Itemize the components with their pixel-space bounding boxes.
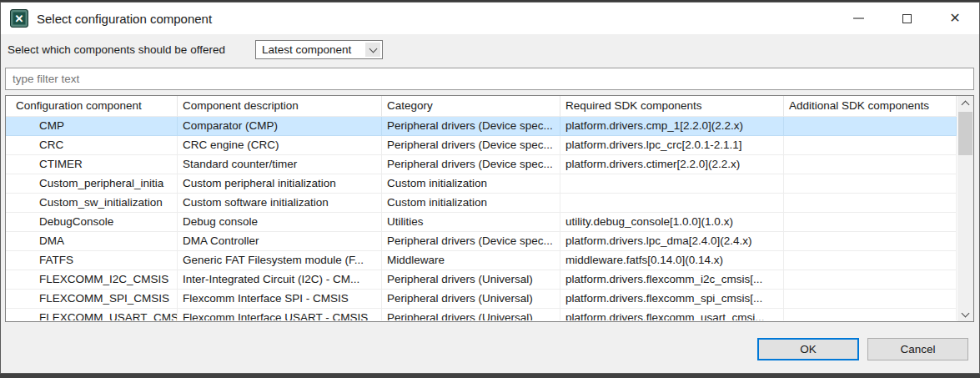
cell-component: Custom_peripheral_initia bbox=[6, 174, 178, 194]
cell-description: Generic FAT Filesystem module (F... bbox=[178, 251, 382, 270]
cell-required: platform.drivers.lpc_dma[2.4.0](2.4.x) bbox=[560, 232, 784, 251]
cell-additional bbox=[784, 232, 957, 251]
table-row[interactable]: FATFS Generic FAT Filesystem module (F..… bbox=[6, 251, 957, 270]
header-configuration-component[interactable]: Configuration component bbox=[6, 96, 178, 117]
cell-category: Peripheral drivers (Device spec... bbox=[382, 136, 560, 155]
cell-description: Inter-Integrated Circuit (I2C) - CM... bbox=[178, 270, 382, 290]
cell-additional bbox=[784, 251, 957, 270]
component-version-dropdown[interactable]: Latest component bbox=[255, 40, 383, 59]
vertical-scrollbar[interactable] bbox=[957, 96, 973, 321]
cell-required: platform.drivers.flexcomm_spi_cmsis[... bbox=[560, 290, 784, 309]
cell-category: Utilities bbox=[382, 213, 560, 232]
table-header: Configuration component Component descri… bbox=[6, 96, 957, 117]
cell-category: Peripheral drivers (Device spec... bbox=[382, 232, 560, 251]
chevron-down-icon bbox=[962, 309, 970, 317]
cell-description: Standard counter/timer bbox=[178, 155, 382, 174]
screen: ✕ Select configuration component ✕ Selec… bbox=[0, 0, 980, 378]
cell-additional bbox=[784, 155, 957, 174]
table-row[interactable]: Custom_sw_initialization Custom software… bbox=[6, 194, 957, 213]
cell-component: CTIMER bbox=[6, 155, 178, 174]
cell-required: utility.debug_console[1.0.0](1.0.x) bbox=[560, 213, 784, 232]
cell-component: FLEXCOMM_SPI_CMSIS bbox=[6, 290, 178, 309]
cell-description: Debug console bbox=[178, 213, 382, 232]
cell-additional bbox=[784, 136, 957, 155]
window-controls: ✕ bbox=[834, 3, 979, 34]
filter-input[interactable] bbox=[5, 68, 974, 90]
cell-additional bbox=[784, 270, 957, 290]
components-table: Configuration component Component descri… bbox=[5, 95, 974, 322]
table-row[interactable]: FLEXCOMM_SPI_CMSIS Flexcomm Interface SP… bbox=[6, 290, 957, 309]
background-app-bottom-edge bbox=[0, 374, 980, 378]
table-row[interactable]: CMP Comparator (CMP) Peripheral drivers … bbox=[6, 117, 957, 136]
scroll-down-button[interactable] bbox=[957, 307, 973, 321]
cell-required: platform.drivers.lpc_crc[2.0.1-2.1.1] bbox=[560, 136, 784, 155]
dropdown-chevron-area bbox=[365, 43, 380, 57]
cell-additional bbox=[784, 309, 957, 320]
cell-additional bbox=[784, 213, 957, 232]
cell-category: Custom initialization bbox=[382, 194, 560, 213]
cell-category: Peripheral drivers (Device spec... bbox=[382, 117, 560, 136]
cell-component: CMP bbox=[6, 117, 178, 136]
chevron-up-icon bbox=[962, 100, 970, 108]
header-category[interactable]: Category bbox=[382, 96, 560, 117]
cell-additional bbox=[784, 117, 957, 136]
scroll-up-button[interactable] bbox=[957, 96, 973, 110]
app-icon: ✕ bbox=[10, 9, 28, 28]
cell-category: Peripheral drivers (Universal) bbox=[382, 309, 560, 320]
cell-additional bbox=[784, 174, 957, 194]
cell-required bbox=[560, 174, 784, 194]
maximize-button[interactable] bbox=[882, 3, 931, 34]
cell-description: DMA Controller bbox=[178, 232, 382, 251]
close-icon: ✕ bbox=[949, 12, 960, 25]
chevron-down-icon bbox=[369, 44, 377, 53]
titlebar: ✕ Select configuration component ✕ bbox=[1, 3, 979, 34]
scrollbar-thumb[interactable] bbox=[958, 112, 972, 155]
table-row[interactable]: Custom_peripheral_initia Custom peripher… bbox=[6, 174, 957, 194]
minimize-icon bbox=[853, 18, 864, 19]
table-row[interactable]: CRC CRC engine (CRC) Peripheral drivers … bbox=[6, 136, 957, 155]
cell-additional bbox=[784, 290, 957, 309]
cell-category: Peripheral drivers (Universal) bbox=[382, 270, 560, 290]
cell-description: Custom software initialization bbox=[178, 194, 382, 213]
table-body: CMP Comparator (CMP) Peripheral drivers … bbox=[6, 117, 957, 320]
cell-description: Custom peripheral initialization bbox=[178, 174, 382, 194]
header-component-description[interactable]: Component description bbox=[178, 96, 382, 117]
cell-required: platform.drivers.ctimer[2.2.0](2.2.x) bbox=[560, 155, 784, 174]
cell-additional bbox=[784, 194, 957, 213]
cell-description: Flexcomm Interface USART - CMSIS bbox=[178, 309, 382, 320]
cell-component: FLEXCOMM_I2C_CMSIS bbox=[6, 270, 178, 290]
cell-component: DMA bbox=[6, 232, 178, 251]
cell-category: Peripheral drivers (Universal) bbox=[382, 290, 560, 309]
minimize-button[interactable] bbox=[834, 3, 882, 34]
cell-category: Middleware bbox=[382, 251, 560, 270]
header-required-sdk-components[interactable]: Required SDK components bbox=[560, 96, 784, 117]
table-row[interactable]: FLEXCOMM_I2C_CMSIS Inter-Integrated Circ… bbox=[6, 270, 957, 290]
cell-component: DebugConsole bbox=[6, 213, 178, 232]
table-row[interactable]: DMA DMA Controller Peripheral drivers (D… bbox=[6, 232, 957, 251]
cell-required: platform.drivers.cmp_1[2.2.0](2.2.x) bbox=[560, 117, 784, 136]
select-configuration-component-dialog: ✕ Select configuration component ✕ Selec… bbox=[0, 2, 980, 374]
table-row[interactable]: DebugConsole Debug console Utilities uti… bbox=[6, 213, 957, 232]
table-row[interactable]: CTIMER Standard counter/timer Peripheral… bbox=[6, 155, 957, 174]
cell-category: Peripheral drivers (Device spec... bbox=[382, 155, 560, 174]
cell-description: Comparator (CMP) bbox=[178, 117, 382, 136]
close-button[interactable]: ✕ bbox=[931, 3, 979, 34]
dropdown-value: Latest component bbox=[262, 43, 351, 56]
cell-description: Flexcomm Interface SPI - CMSIS bbox=[178, 290, 382, 309]
cell-component: FATFS bbox=[6, 251, 178, 270]
cell-component: Custom_sw_initialization bbox=[6, 194, 178, 213]
cell-component: CRC bbox=[6, 136, 178, 155]
cell-required: platform.drivers.flexcomm_usart_cmsi... bbox=[560, 309, 784, 320]
ok-button[interactable]: OK bbox=[757, 338, 859, 360]
maximize-icon bbox=[902, 14, 912, 23]
cell-category: Custom initialization bbox=[382, 174, 560, 194]
cell-component: FLEXCOMM_USART_CMS bbox=[6, 309, 178, 320]
table-row[interactable]: FLEXCOMM_USART_CMS Flexcomm Interface US… bbox=[6, 309, 957, 320]
cell-required: middleware.fatfs[0.14.0](0.14.x) bbox=[560, 251, 784, 270]
cell-required: platform.drivers.flexcomm_i2c_cmsis[... bbox=[560, 270, 784, 290]
cell-description: CRC engine (CRC) bbox=[178, 136, 382, 155]
cell-required bbox=[560, 194, 784, 213]
window-title: Select configuration component bbox=[37, 12, 212, 26]
header-additional-sdk-components[interactable]: Additional SDK components bbox=[784, 96, 957, 117]
cancel-button[interactable]: Cancel bbox=[867, 338, 968, 360]
